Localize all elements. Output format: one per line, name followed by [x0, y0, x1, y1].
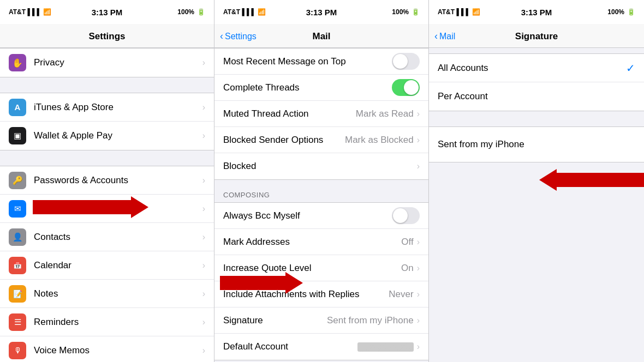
settings-group-3: 🔑 Passwords & Accounts › ✉ Mail › 👤 Cont…	[0, 166, 214, 362]
settings-group-1: ✋ Privacy ›	[0, 48, 214, 77]
calendar-label: Calendar	[34, 260, 202, 271]
blocked-sender-value: Mark as Blocked	[345, 135, 414, 146]
most-recent-toggle[interactable]	[392, 53, 420, 70]
mail-item-include-attachments[interactable]: Include Attachments with Replies Never ›	[214, 281, 428, 307]
muted-thread-label: Muted Thread Action	[223, 108, 356, 119]
reminders-label: Reminders	[34, 317, 202, 328]
carrier-text-3: AT&T	[438, 8, 455, 16]
mail-back-label: Settings	[225, 32, 257, 41]
signature-label: Signature	[223, 315, 327, 326]
settings-item-contacts[interactable]: 👤 Contacts ›	[0, 223, 214, 251]
default-account-label: Default Account	[223, 341, 357, 352]
settings-item-passwords[interactable]: 🔑 Passwords & Accounts ›	[0, 166, 214, 195]
include-attachments-chevron: ›	[417, 289, 420, 299]
carrier-text-1: AT&T	[9, 8, 26, 16]
blocked-sender-chevron: ›	[417, 135, 420, 145]
time-3: 3:13 PM	[521, 8, 552, 17]
increase-quote-label: Increase Quote Level	[223, 263, 401, 274]
most-recent-knob	[393, 54, 408, 69]
wifi-icon-1: 📶	[43, 8, 51, 16]
settings-item-notes[interactable]: 📝 Notes ›	[0, 280, 214, 308]
mail-group-1: Most Recent Message on Top Complete Thre…	[214, 48, 428, 180]
composing-section-label: COMPOSING	[214, 180, 428, 202]
signature-back-label: Mail	[439, 32, 455, 41]
settings-item-mail[interactable]: ✉ Mail ›	[0, 195, 214, 223]
notes-chevron: ›	[202, 289, 205, 299]
signature-back-button[interactable]: ‹ Mail	[434, 31, 455, 42]
mail-item-mark-addresses[interactable]: Mark Addresses Off ›	[214, 229, 428, 255]
blocked-label: Blocked	[223, 161, 417, 172]
settings-item-voice-memos[interactable]: 🎙 Voice Memos ›	[0, 336, 214, 362]
mail-item-blocked[interactable]: Blocked ›	[214, 153, 428, 179]
mail-item-complete-threads[interactable]: Complete Threads	[214, 75, 428, 101]
wallet-icon: ▣	[9, 127, 26, 144]
blocked-sender-label: Blocked Sender Options	[223, 135, 345, 146]
battery-area-2: 100% 🔋	[392, 8, 420, 16]
mail-item-increase-quote[interactable]: Increase Quote Level On ›	[214, 255, 428, 281]
mail-nav-bar: ‹ Settings Mail	[214, 24, 428, 48]
wallet-label: Wallet & Apple Pay	[34, 130, 202, 141]
mail-item-default-account[interactable]: Default Account ▓▓▓▓▓▓▓▓▓▓ ›	[214, 334, 428, 360]
mail-chevron: ›	[202, 204, 205, 214]
carrier-1: AT&T ▌▌▌ 📶	[9, 8, 51, 16]
battery-pct-3: 100%	[607, 8, 624, 16]
status-bar-2: AT&T ▌▌▌ 📶 3:13 PM 100% 🔋	[214, 0, 428, 24]
carrier-2: AT&T ▌▌▌ 📶	[223, 8, 266, 16]
always-bcc-toggle[interactable]	[392, 207, 420, 224]
voice-memos-icon: 🎙	[9, 342, 26, 359]
calendar-icon: 📅	[9, 257, 26, 274]
always-bcc-label: Always Bcc Myself	[223, 210, 392, 221]
battery-area-3: 100% 🔋	[607, 8, 635, 16]
sig-item-per-account[interactable]: Per Account	[429, 82, 644, 111]
muted-thread-chevron: ›	[417, 109, 420, 119]
settings-item-privacy[interactable]: ✋ Privacy ›	[0, 49, 214, 77]
mail-item-blocked-sender[interactable]: Blocked Sender Options Mark as Blocked ›	[214, 127, 428, 153]
battery-icon-1: 🔋	[197, 8, 205, 16]
voice-memos-chevron: ›	[202, 346, 205, 355]
carrier-text-2: AT&T	[223, 8, 240, 16]
mail-item-always-bcc[interactable]: Always Bcc Myself	[214, 203, 428, 229]
settings-item-reminders[interactable]: ☰ Reminders ›	[0, 308, 214, 336]
settings-nav-bar: Settings	[0, 24, 214, 48]
include-attachments-label: Include Attachments with Replies	[223, 289, 389, 300]
reminders-icon: ☰	[9, 313, 26, 331]
most-recent-label: Most Recent Message on Top	[223, 56, 392, 67]
privacy-label: Privacy	[34, 57, 202, 68]
all-accounts-check: ✓	[626, 62, 635, 75]
blocked-chevron: ›	[417, 161, 420, 171]
per-account-label: Per Account	[438, 91, 635, 102]
settings-panel: AT&T ▌▌▌ 📶 3:13 PM 100% 🔋 Settings ✋ Pri…	[0, 0, 214, 362]
mail-item-signature[interactable]: Signature Sent from my iPhone ›	[214, 307, 428, 334]
battery-area-1: 100% 🔋	[177, 8, 205, 16]
mail-icon: ✉	[9, 200, 26, 218]
reminders-chevron: ›	[202, 317, 205, 327]
signature-value: Sent from my iPhone	[327, 315, 414, 326]
battery-pct-2: 100%	[392, 8, 409, 16]
muted-thread-value: Mark as Read	[356, 108, 414, 119]
mark-addresses-label: Mark Addresses	[223, 237, 401, 248]
passwords-icon: 🔑	[9, 172, 26, 189]
mail-title: Mail	[312, 31, 330, 42]
settings-item-itunes[interactable]: A iTunes & App Store ›	[0, 93, 214, 122]
itunes-chevron: ›	[202, 102, 205, 112]
mail-item-most-recent[interactable]: Most Recent Message on Top	[214, 49, 428, 75]
calendar-chevron: ›	[202, 261, 205, 270]
wifi-icon-2: 📶	[258, 8, 266, 16]
contacts-label: Contacts	[34, 232, 202, 243]
complete-threads-toggle[interactable]	[392, 79, 420, 96]
back-chevron-icon: ‹	[220, 31, 223, 42]
complete-threads-knob	[404, 80, 419, 95]
mail-panel: AT&T ▌▌▌ 📶 3:13 PM 100% 🔋 ‹ Settings Mai…	[214, 0, 429, 362]
contacts-chevron: ›	[202, 232, 205, 242]
signal-icon-3: ▌▌▌	[456, 8, 470, 16]
status-bar-1: AT&T ▌▌▌ 📶 3:13 PM 100% 🔋	[0, 0, 214, 24]
all-accounts-label: All Accounts	[438, 63, 626, 74]
increase-quote-value: On	[401, 263, 414, 274]
sig-item-all-accounts[interactable]: All Accounts ✓	[429, 54, 644, 82]
default-account-chevron: ›	[417, 342, 420, 352]
settings-item-wallet[interactable]: ▣ Wallet & Apple Pay ›	[0, 122, 214, 150]
mail-label: Mail	[34, 203, 202, 214]
mail-item-muted-thread[interactable]: Muted Thread Action Mark as Read ›	[214, 101, 428, 127]
settings-item-calendar[interactable]: 📅 Calendar ›	[0, 251, 214, 280]
mail-back-button[interactable]: ‹ Settings	[220, 31, 257, 42]
